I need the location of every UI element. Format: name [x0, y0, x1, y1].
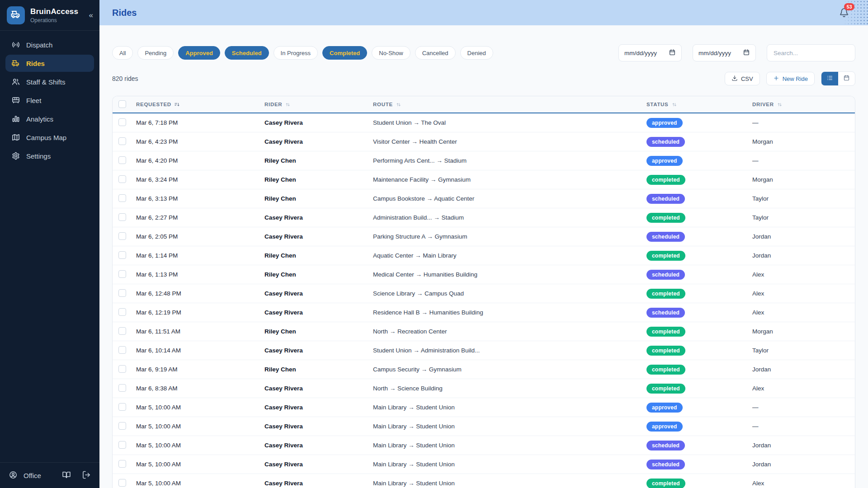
- filter-chip-completed[interactable]: Completed: [322, 46, 367, 60]
- filter-chip-approved[interactable]: Approved: [178, 46, 220, 60]
- sidebar-item-analytics[interactable]: Analytics: [5, 110, 94, 127]
- status-badge: approved: [646, 403, 683, 413]
- new-ride-button[interactable]: New Ride: [766, 72, 815, 85]
- table-header-row: REQUESTEDRIDERROUTESTATUSDRIVER: [113, 96, 855, 113]
- table-row[interactable]: Mar 6, 11:51 AMRiley ChenNorth → Recreat…: [113, 322, 855, 341]
- list-view-button[interactable]: [821, 72, 838, 85]
- csv-export-button[interactable]: CSV: [725, 72, 760, 85]
- table-row[interactable]: Mar 6, 4:23 PMCasey RiveraVisitor Center…: [113, 132, 855, 151]
- calendar-icon[interactable]: [669, 49, 676, 57]
- row-checkbox[interactable]: [118, 308, 126, 316]
- rider-cell: Casey Rivera: [264, 461, 373, 468]
- filter-chip-no-show[interactable]: No-Show: [372, 46, 410, 60]
- route-cell: North → Science Building: [373, 385, 646, 392]
- fleet-icon: [11, 96, 20, 105]
- row-checkbox[interactable]: [118, 403, 126, 411]
- sidebar-item-campus-map[interactable]: Campus Map: [5, 129, 94, 146]
- row-checkbox[interactable]: [118, 213, 126, 221]
- filter-chip-scheduled[interactable]: Scheduled: [225, 46, 269, 60]
- analytics-icon: [11, 114, 20, 123]
- row-checkbox[interactable]: [118, 384, 126, 392]
- row-checkbox[interactable]: [118, 460, 126, 468]
- row-checkbox[interactable]: [118, 270, 126, 278]
- sidebar-item-dispatch[interactable]: Dispatch: [5, 36, 94, 53]
- table-row[interactable]: Mar 5, 10:00 AMCasey RiveraMain Library …: [113, 417, 855, 436]
- sidebar-item-rides[interactable]: Rides: [5, 55, 94, 72]
- logout-icon[interactable]: [82, 470, 91, 481]
- table-row[interactable]: Mar 5, 10:00 AMCasey RiveraMain Library …: [113, 474, 855, 488]
- table-row[interactable]: Mar 5, 10:00 AMCasey RiveraMain Library …: [113, 455, 855, 474]
- column-header-rider[interactable]: RIDER: [264, 102, 373, 108]
- date-to-input[interactable]: mm/dd/yyyy: [693, 44, 756, 61]
- calendar-view-button[interactable]: [838, 72, 855, 85]
- row-checkbox[interactable]: [118, 365, 126, 373]
- sidebar-item-settings[interactable]: Settings: [5, 147, 94, 164]
- rider-cell: Riley Chen: [264, 176, 373, 183]
- filter-chip-in-progress[interactable]: In Progress: [274, 46, 318, 60]
- table-row[interactable]: Mar 6, 2:05 PMCasey RiveraParking Struct…: [113, 227, 855, 246]
- row-checkbox[interactable]: [118, 194, 126, 202]
- row-checkbox[interactable]: [118, 479, 126, 487]
- status-badge: completed: [646, 365, 685, 375]
- table-row[interactable]: Mar 6, 4:20 PMRiley ChenPerforming Arts …: [113, 151, 855, 170]
- route-cell: Main Library → Student Union: [373, 404, 646, 411]
- brand-subtitle: Operations: [30, 17, 78, 23]
- status-cell: scheduled: [646, 194, 752, 204]
- column-label: RIDER: [264, 102, 282, 107]
- row-checkbox[interactable]: [118, 175, 126, 183]
- filter-chip-pending[interactable]: Pending: [137, 46, 174, 60]
- table-row[interactable]: Mar 5, 10:00 AMCasey RiveraMain Library …: [113, 398, 855, 417]
- table-row[interactable]: Mar 6, 9:19 AMRiley ChenCampus Security …: [113, 360, 855, 379]
- content: AllPendingApprovedScheduledIn ProgressCo…: [99, 25, 868, 488]
- row-checkbox[interactable]: [118, 346, 126, 354]
- row-checkbox[interactable]: [118, 232, 126, 240]
- notification-bell-icon[interactable]: 53: [839, 8, 849, 18]
- row-checkbox[interactable]: [118, 137, 126, 145]
- row-checkbox[interactable]: [118, 251, 126, 259]
- column-header-status[interactable]: STATUS: [646, 102, 752, 108]
- rider-cell: Riley Chen: [264, 195, 373, 202]
- status-cell: approved: [646, 403, 752, 413]
- status-badge: completed: [646, 327, 685, 337]
- row-checkbox[interactable]: [118, 156, 126, 164]
- date-from-input[interactable]: mm/dd/yyyy: [618, 44, 682, 61]
- rider-cell: Casey Rivera: [264, 119, 373, 126]
- table-row[interactable]: Mar 6, 3:24 PMRiley ChenMaintenance Faci…: [113, 170, 855, 189]
- requested-cell: Mar 6, 1:13 PM: [136, 271, 264, 278]
- column-label: REQUESTED: [136, 102, 171, 107]
- table-row[interactable]: Mar 6, 10:14 AMCasey RiveraStudent Union…: [113, 341, 855, 360]
- table-row[interactable]: Mar 6, 1:14 PMRiley ChenAquatic Center →…: [113, 246, 855, 265]
- filter-chip-cancelled[interactable]: Cancelled: [415, 46, 456, 60]
- table-row[interactable]: Mar 5, 10:00 AMCasey RiveraMain Library …: [113, 436, 855, 455]
- column-header-requested[interactable]: REQUESTED: [136, 102, 264, 108]
- sidebar-item-staff-shifts[interactable]: Staff & Shifts: [5, 73, 94, 90]
- route-cell: Parking Structure A → Gymnasium: [373, 233, 646, 240]
- table-row[interactable]: Mar 6, 2:27 PMCasey RiveraAdministration…: [113, 208, 855, 227]
- table-row[interactable]: Mar 6, 1:13 PMRiley ChenMedical Center →…: [113, 265, 855, 284]
- filter-inputs: mm/dd/yyyy mm/dd/yyyy: [618, 44, 855, 61]
- docs-book-icon[interactable]: [62, 470, 71, 481]
- table-row[interactable]: Mar 6, 3:13 PMRiley ChenCampus Bookstore…: [113, 189, 855, 208]
- filter-chip-all[interactable]: All: [112, 46, 133, 60]
- table-row[interactable]: Mar 6, 12:19 PMCasey RiveraResidence Hal…: [113, 303, 855, 322]
- calendar-icon[interactable]: [743, 49, 750, 57]
- table-row[interactable]: Mar 6, 8:38 AMCasey RiveraNorth → Scienc…: [113, 379, 855, 398]
- sidebar-item-fleet[interactable]: Fleet: [5, 92, 94, 109]
- table-row[interactable]: Mar 6, 12:48 PMCasey RiveraScience Libra…: [113, 284, 855, 303]
- filter-chip-denied[interactable]: Denied: [460, 46, 493, 60]
- sidebar-collapse-button[interactable]: «: [89, 11, 93, 20]
- row-checkbox[interactable]: [118, 327, 126, 335]
- golf-cart-icon: [10, 9, 21, 22]
- column-header-route[interactable]: ROUTE: [373, 102, 646, 108]
- search-input[interactable]: [767, 44, 855, 61]
- column-header-driver[interactable]: DRIVER: [752, 102, 855, 108]
- row-checkbox[interactable]: [118, 289, 126, 297]
- select-all-checkbox[interactable]: [118, 100, 126, 108]
- row-checkbox[interactable]: [118, 118, 126, 126]
- status-badge: scheduled: [646, 441, 685, 450]
- table-row[interactable]: Mar 6, 7:18 PMCasey RiveraStudent Union …: [113, 113, 855, 132]
- row-checkbox[interactable]: [118, 441, 126, 449]
- new-ride-label: New Ride: [783, 75, 808, 82]
- sidebar-item-label: Rides: [26, 60, 45, 67]
- row-checkbox[interactable]: [118, 422, 126, 430]
